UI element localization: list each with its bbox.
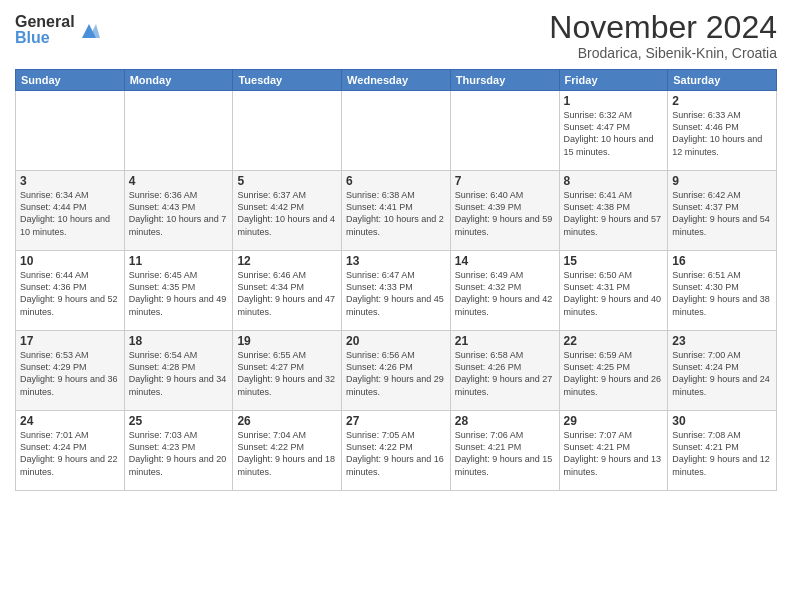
- day-number: 24: [20, 414, 120, 428]
- day-info: Sunrise: 7:07 AM Sunset: 4:21 PM Dayligh…: [564, 429, 664, 478]
- calendar-cell: 6Sunrise: 6:38 AM Sunset: 4:41 PM Daylig…: [342, 171, 451, 251]
- day-info: Sunrise: 6:45 AM Sunset: 4:35 PM Dayligh…: [129, 269, 229, 318]
- day-number: 26: [237, 414, 337, 428]
- day-number: 27: [346, 414, 446, 428]
- day-number: 25: [129, 414, 229, 428]
- calendar-cell: 25Sunrise: 7:03 AM Sunset: 4:23 PM Dayli…: [124, 411, 233, 491]
- calendar-cell: [450, 91, 559, 171]
- day-info: Sunrise: 6:33 AM Sunset: 4:46 PM Dayligh…: [672, 109, 772, 158]
- calendar-cell: 5Sunrise: 6:37 AM Sunset: 4:42 PM Daylig…: [233, 171, 342, 251]
- title-section: November 2024 Brodarica, Sibenik-Knin, C…: [549, 10, 777, 61]
- day-info: Sunrise: 7:00 AM Sunset: 4:24 PM Dayligh…: [672, 349, 772, 398]
- day-info: Sunrise: 7:04 AM Sunset: 4:22 PM Dayligh…: [237, 429, 337, 478]
- calendar-row-0: 1Sunrise: 6:32 AM Sunset: 4:47 PM Daylig…: [16, 91, 777, 171]
- calendar-cell: 19Sunrise: 6:55 AM Sunset: 4:27 PM Dayli…: [233, 331, 342, 411]
- calendar-cell: 30Sunrise: 7:08 AM Sunset: 4:21 PM Dayli…: [668, 411, 777, 491]
- day-info: Sunrise: 6:40 AM Sunset: 4:39 PM Dayligh…: [455, 189, 555, 238]
- month-title: November 2024: [549, 10, 777, 45]
- day-info: Sunrise: 6:42 AM Sunset: 4:37 PM Dayligh…: [672, 189, 772, 238]
- day-info: Sunrise: 6:59 AM Sunset: 4:25 PM Dayligh…: [564, 349, 664, 398]
- calendar-cell: 15Sunrise: 6:50 AM Sunset: 4:31 PM Dayli…: [559, 251, 668, 331]
- calendar-row-1: 3Sunrise: 6:34 AM Sunset: 4:44 PM Daylig…: [16, 171, 777, 251]
- calendar-cell: 26Sunrise: 7:04 AM Sunset: 4:22 PM Dayli…: [233, 411, 342, 491]
- day-number: 21: [455, 334, 555, 348]
- day-info: Sunrise: 6:51 AM Sunset: 4:30 PM Dayligh…: [672, 269, 772, 318]
- calendar-cell: 14Sunrise: 6:49 AM Sunset: 4:32 PM Dayli…: [450, 251, 559, 331]
- day-number: 17: [20, 334, 120, 348]
- day-info: Sunrise: 6:53 AM Sunset: 4:29 PM Dayligh…: [20, 349, 120, 398]
- day-info: Sunrise: 7:06 AM Sunset: 4:21 PM Dayligh…: [455, 429, 555, 478]
- day-number: 7: [455, 174, 555, 188]
- day-info: Sunrise: 6:34 AM Sunset: 4:44 PM Dayligh…: [20, 189, 120, 238]
- calendar-cell: [16, 91, 125, 171]
- calendar-cell: 18Sunrise: 6:54 AM Sunset: 4:28 PM Dayli…: [124, 331, 233, 411]
- logo-general: General: [15, 14, 75, 30]
- header-friday: Friday: [559, 70, 668, 91]
- day-info: Sunrise: 7:01 AM Sunset: 4:24 PM Dayligh…: [20, 429, 120, 478]
- logo: General Blue: [15, 14, 100, 46]
- header-tuesday: Tuesday: [233, 70, 342, 91]
- day-info: Sunrise: 6:46 AM Sunset: 4:34 PM Dayligh…: [237, 269, 337, 318]
- day-info: Sunrise: 6:49 AM Sunset: 4:32 PM Dayligh…: [455, 269, 555, 318]
- calendar-cell: 7Sunrise: 6:40 AM Sunset: 4:39 PM Daylig…: [450, 171, 559, 251]
- calendar-cell: 8Sunrise: 6:41 AM Sunset: 4:38 PM Daylig…: [559, 171, 668, 251]
- logo-blue: Blue: [15, 30, 75, 46]
- calendar-cell: [233, 91, 342, 171]
- calendar-row-3: 17Sunrise: 6:53 AM Sunset: 4:29 PM Dayli…: [16, 331, 777, 411]
- calendar-cell: 27Sunrise: 7:05 AM Sunset: 4:22 PM Dayli…: [342, 411, 451, 491]
- day-info: Sunrise: 6:44 AM Sunset: 4:36 PM Dayligh…: [20, 269, 120, 318]
- calendar-row-4: 24Sunrise: 7:01 AM Sunset: 4:24 PM Dayli…: [16, 411, 777, 491]
- page-header: General Blue November 2024 Brodarica, Si…: [15, 10, 777, 61]
- day-info: Sunrise: 6:41 AM Sunset: 4:38 PM Dayligh…: [564, 189, 664, 238]
- day-number: 20: [346, 334, 446, 348]
- calendar-cell: 29Sunrise: 7:07 AM Sunset: 4:21 PM Dayli…: [559, 411, 668, 491]
- day-number: 16: [672, 254, 772, 268]
- day-number: 1: [564, 94, 664, 108]
- day-number: 11: [129, 254, 229, 268]
- calendar-cell: 1Sunrise: 6:32 AM Sunset: 4:47 PM Daylig…: [559, 91, 668, 171]
- day-number: 13: [346, 254, 446, 268]
- calendar-cell: 9Sunrise: 6:42 AM Sunset: 4:37 PM Daylig…: [668, 171, 777, 251]
- day-number: 22: [564, 334, 664, 348]
- day-info: Sunrise: 6:38 AM Sunset: 4:41 PM Dayligh…: [346, 189, 446, 238]
- day-number: 4: [129, 174, 229, 188]
- calendar-cell: 17Sunrise: 6:53 AM Sunset: 4:29 PM Dayli…: [16, 331, 125, 411]
- logo-text: General Blue: [15, 14, 75, 46]
- calendar-header-row: Sunday Monday Tuesday Wednesday Thursday…: [16, 70, 777, 91]
- calendar-cell: 16Sunrise: 6:51 AM Sunset: 4:30 PM Dayli…: [668, 251, 777, 331]
- calendar-cell: [342, 91, 451, 171]
- calendar-cell: 2Sunrise: 6:33 AM Sunset: 4:46 PM Daylig…: [668, 91, 777, 171]
- calendar-cell: 4Sunrise: 6:36 AM Sunset: 4:43 PM Daylig…: [124, 171, 233, 251]
- day-number: 8: [564, 174, 664, 188]
- day-number: 14: [455, 254, 555, 268]
- day-number: 9: [672, 174, 772, 188]
- day-info: Sunrise: 7:03 AM Sunset: 4:23 PM Dayligh…: [129, 429, 229, 478]
- day-number: 30: [672, 414, 772, 428]
- day-number: 15: [564, 254, 664, 268]
- calendar-cell: [124, 91, 233, 171]
- day-info: Sunrise: 6:54 AM Sunset: 4:28 PM Dayligh…: [129, 349, 229, 398]
- day-number: 6: [346, 174, 446, 188]
- day-info: Sunrise: 6:37 AM Sunset: 4:42 PM Dayligh…: [237, 189, 337, 238]
- calendar-cell: 11Sunrise: 6:45 AM Sunset: 4:35 PM Dayli…: [124, 251, 233, 331]
- day-info: Sunrise: 7:05 AM Sunset: 4:22 PM Dayligh…: [346, 429, 446, 478]
- header-sunday: Sunday: [16, 70, 125, 91]
- calendar-cell: 20Sunrise: 6:56 AM Sunset: 4:26 PM Dayli…: [342, 331, 451, 411]
- day-info: Sunrise: 6:58 AM Sunset: 4:26 PM Dayligh…: [455, 349, 555, 398]
- calendar-table: Sunday Monday Tuesday Wednesday Thursday…: [15, 69, 777, 491]
- header-monday: Monday: [124, 70, 233, 91]
- day-info: Sunrise: 7:08 AM Sunset: 4:21 PM Dayligh…: [672, 429, 772, 478]
- day-number: 23: [672, 334, 772, 348]
- day-number: 28: [455, 414, 555, 428]
- calendar-row-2: 10Sunrise: 6:44 AM Sunset: 4:36 PM Dayli…: [16, 251, 777, 331]
- day-number: 10: [20, 254, 120, 268]
- day-info: Sunrise: 6:32 AM Sunset: 4:47 PM Dayligh…: [564, 109, 664, 158]
- calendar-cell: 22Sunrise: 6:59 AM Sunset: 4:25 PM Dayli…: [559, 331, 668, 411]
- calendar-cell: 23Sunrise: 7:00 AM Sunset: 4:24 PM Dayli…: [668, 331, 777, 411]
- day-info: Sunrise: 6:50 AM Sunset: 4:31 PM Dayligh…: [564, 269, 664, 318]
- calendar-cell: 13Sunrise: 6:47 AM Sunset: 4:33 PM Dayli…: [342, 251, 451, 331]
- day-number: 5: [237, 174, 337, 188]
- day-info: Sunrise: 6:56 AM Sunset: 4:26 PM Dayligh…: [346, 349, 446, 398]
- calendar-cell: 10Sunrise: 6:44 AM Sunset: 4:36 PM Dayli…: [16, 251, 125, 331]
- header-saturday: Saturday: [668, 70, 777, 91]
